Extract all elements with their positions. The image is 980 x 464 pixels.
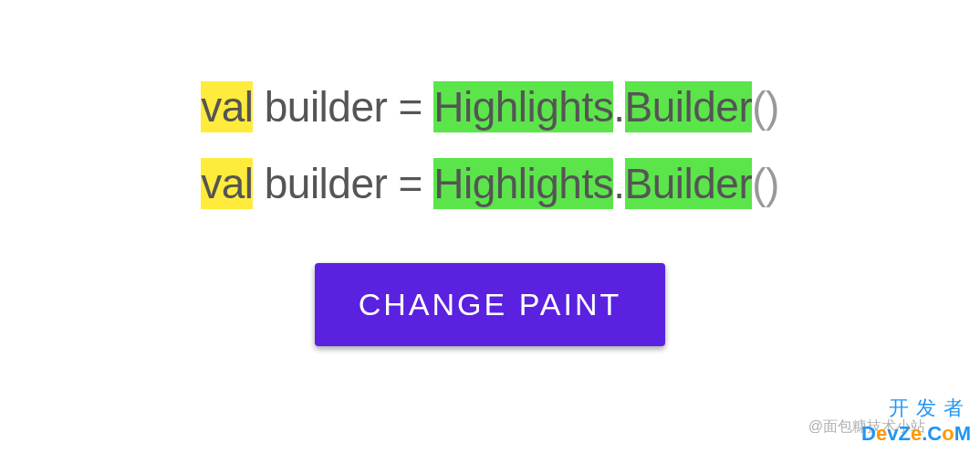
code-text: builder = [253, 83, 433, 131]
dot: . [613, 83, 624, 131]
class-builder: Builder [625, 81, 753, 132]
class-builder: Builder [625, 158, 753, 209]
keyword-val: val [201, 81, 253, 132]
change-paint-button[interactable]: CHANGE PAINT [315, 263, 666, 346]
dot: . [613, 160, 624, 207]
parentheses: () [752, 83, 779, 131]
watermark-english: DevZe.CoM [861, 422, 971, 446]
code-line-1: val builder = Highlights.Builder() [201, 82, 779, 132]
watermark-logo: 开发者 DevZe.CoM [861, 395, 971, 446]
code-text: builder = [253, 160, 433, 207]
parentheses: () [752, 160, 779, 207]
watermark-chinese: 开发者 [889, 395, 971, 422]
main-content: val builder = Highlights.Builder() val b… [0, 0, 980, 346]
keyword-val: val [201, 158, 253, 209]
class-highlights: Highlights [433, 158, 613, 209]
code-line-2: val builder = Highlights.Builder() [201, 159, 779, 208]
class-highlights: Highlights [433, 81, 613, 132]
